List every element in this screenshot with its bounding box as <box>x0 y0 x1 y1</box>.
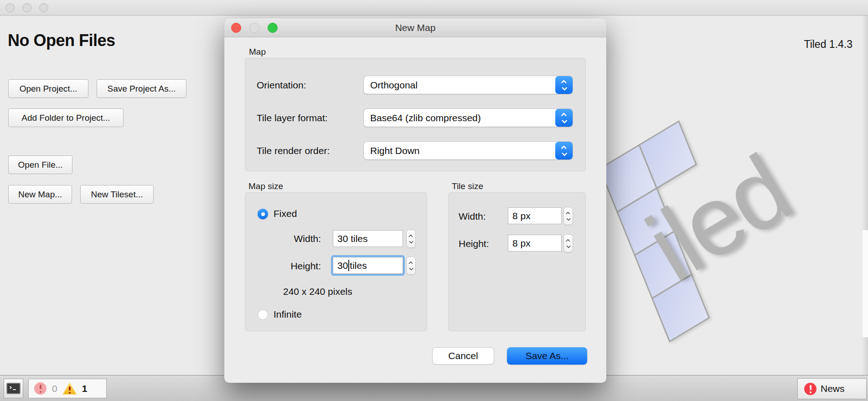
tile-render-order-select[interactable]: Right Down <box>364 142 573 159</box>
warning-icon <box>63 383 77 395</box>
minimize-button[interactable] <box>22 3 31 12</box>
map-width-stepper[interactable] <box>406 230 416 248</box>
open-project-button[interactable]: Open Project... <box>8 79 88 98</box>
save-project-as-label: Save Project As... <box>108 84 176 94</box>
logo-tile <box>599 144 657 213</box>
stepper-down-icon <box>409 266 413 270</box>
map-height-input[interactable]: 30tiles <box>333 257 403 274</box>
logo-tile <box>616 187 675 256</box>
tile-layer-format-label: Tile layer format: <box>257 109 328 127</box>
map-height-focus-ring: 30tiles <box>331 255 405 276</box>
tile-width-input[interactable]: 8 px <box>508 207 562 224</box>
tile-layer-format-select[interactable]: Base64 (zlib compressed) <box>364 109 573 127</box>
dialog-zoom-button[interactable] <box>268 23 278 33</box>
tile-size-group-box: Width: 8 px Height: 8 px <box>448 192 586 331</box>
infinite-radio[interactable] <box>258 309 268 320</box>
console-toggle-button[interactable] <box>4 379 23 398</box>
new-map-button[interactable]: New Map... <box>8 185 72 204</box>
tiled-logo-tiles-icon <box>599 121 748 341</box>
tile-height-label: Height: <box>459 238 489 249</box>
dialog-title: New Map <box>224 18 606 37</box>
main-titlebar <box>0 0 868 15</box>
dialog-titlebar: New Map <box>224 18 606 37</box>
orientation-value: Orthogonal <box>364 76 555 94</box>
tile-height-stepper[interactable] <box>563 234 573 252</box>
orientation-row: Orientation: Orthogonal <box>245 76 585 94</box>
stepper-down-icon <box>566 216 571 221</box>
text-cursor <box>348 260 349 271</box>
tile-height-input[interactable]: 8 px <box>508 235 562 252</box>
version-label: Tiled 1.4.3 <box>804 38 852 51</box>
tiled-logo-text: iled <box>628 134 808 303</box>
terminal-icon <box>6 383 21 394</box>
stepper-down-icon <box>566 243 571 248</box>
tile-render-order-label: Tile render order: <box>257 142 330 159</box>
infinite-radio-label: Infinite <box>274 309 302 320</box>
logo-tile <box>651 273 710 342</box>
combo-arrows-icon <box>555 109 573 127</box>
stepper-up-icon <box>566 211 570 216</box>
map-width-label: Width: <box>245 233 321 244</box>
map-size-group-label: Map size <box>248 181 283 191</box>
orientation-label: Orientation: <box>257 76 306 94</box>
save-as-label: Save As... <box>526 350 569 361</box>
error-count: 0 <box>52 383 57 394</box>
warning-count: 1 <box>82 383 88 394</box>
logo-tile <box>634 230 692 299</box>
open-file-label: Open File... <box>18 160 62 170</box>
map-width-input[interactable]: 30 tiles <box>333 230 403 247</box>
tile-render-order-row: Tile render order: Right Down <box>245 142 585 159</box>
map-height-value: 30 <box>337 260 348 271</box>
cancel-button[interactable]: Cancel <box>432 347 494 365</box>
tile-layer-format-row: Tile layer format: Base64 (zlib compress… <box>245 109 585 127</box>
tile-render-order-value: Right Down <box>364 142 555 159</box>
stepper-up-icon <box>566 239 570 243</box>
close-button[interactable] <box>5 3 15 12</box>
tile-width-stepper[interactable] <box>563 207 573 225</box>
map-group-box: Orientation: Orthogonal Tile layer forma… <box>245 58 586 171</box>
fixed-radio[interactable] <box>258 209 268 219</box>
save-as-button[interactable]: Save As... <box>507 347 587 365</box>
error-icon <box>34 382 46 395</box>
stepper-up-icon <box>408 234 413 239</box>
new-map-dialog: New Map Map Orientation: Orthogonal Tile… <box>224 18 606 383</box>
tiled-logo-watermark: iled <box>572 137 868 374</box>
tile-width-label: Width: <box>459 211 486 222</box>
stepper-down-icon <box>409 239 413 243</box>
combo-arrows-icon <box>555 76 573 94</box>
map-height-label: Height: <box>245 261 321 272</box>
map-height-stepper[interactable] <box>406 257 416 275</box>
add-folder-to-project-button[interactable]: Add Folder to Project... <box>8 108 124 127</box>
add-folder-label: Add Folder to Project... <box>21 113 110 123</box>
open-project-label: Open Project... <box>20 84 78 94</box>
news-badge-icon <box>804 383 816 395</box>
stepper-up-icon <box>408 261 413 266</box>
map-width-suffix: tiles <box>348 233 367 244</box>
news-button[interactable]: News <box>797 378 867 399</box>
pixel-size-summary: 240 x 240 pixels <box>283 286 352 297</box>
new-tileset-label: New Tileset... <box>91 190 143 200</box>
combo-arrows-icon <box>555 142 573 159</box>
app-window: No Open Files Tiled 1.4.3 Open Project..… <box>0 0 868 401</box>
map-group-label: Map <box>249 47 266 57</box>
new-map-label: New Map... <box>18 190 62 200</box>
tile-height-value: 8 px <box>512 238 531 249</box>
fixed-radio-label: Fixed <box>274 208 297 219</box>
issues-counter-button[interactable]: 0 1 <box>28 379 107 398</box>
tile-layer-format-value: Base64 (zlib compressed) <box>364 109 555 127</box>
cancel-label: Cancel <box>448 350 478 361</box>
dialog-minimize-button[interactable] <box>249 23 259 33</box>
map-size-group-box: Fixed Width: 30 tiles Height: 30tiles 24… <box>245 192 427 331</box>
logo-tile <box>638 120 697 189</box>
page-title: No Open Files <box>8 31 115 50</box>
news-label: News <box>821 383 845 394</box>
dialog-close-button[interactable] <box>231 23 241 33</box>
map-width-value: 30 <box>337 233 348 244</box>
save-project-as-button[interactable]: Save Project As... <box>97 79 186 98</box>
zoom-button[interactable] <box>39 3 48 12</box>
new-tileset-button[interactable]: New Tileset... <box>80 185 154 204</box>
open-file-button[interactable]: Open File... <box>8 155 72 174</box>
clipped-content-edge <box>863 230 868 337</box>
map-height-suffix: tiles <box>350 260 367 271</box>
orientation-select[interactable]: Orthogonal <box>364 76 573 94</box>
